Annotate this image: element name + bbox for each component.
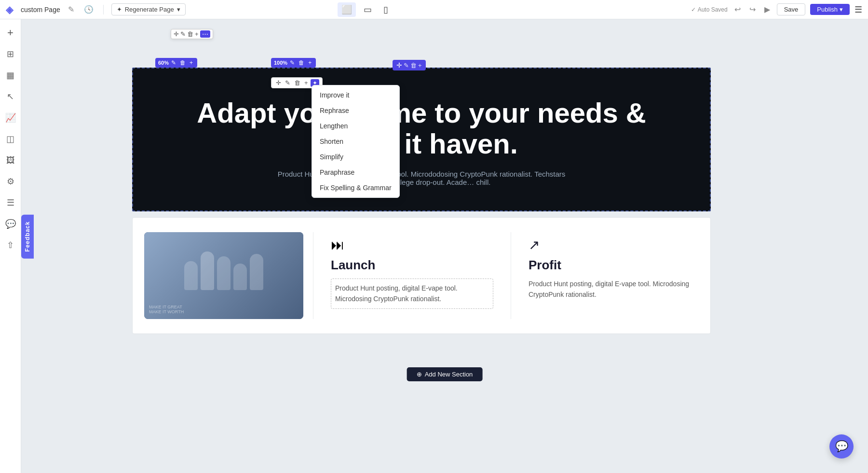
person-2 [201, 251, 214, 290]
add-section-icon[interactable]: + [418, 62, 422, 69]
toolbar-60-pct: 60% ✎ 🗑 + [155, 58, 197, 68]
delete-100-icon[interactable]: 🗑 [297, 59, 306, 67]
move-section-icon[interactable]: ✛ [396, 61, 402, 69]
features-section: MAKE IT GREATMAKE IT WORTH ⏭ Launch Prod… [132, 217, 711, 334]
people-silhouettes [184, 251, 263, 300]
auto-saved-status: ✓ Auto Saved [691, 6, 728, 13]
view-toggle-group: ⬜ ▭ ▯ [338, 2, 392, 17]
add-100-icon[interactable]: + [307, 59, 313, 67]
publish-label: Publish [817, 6, 838, 13]
context-improve-it[interactable]: Improve it [312, 87, 399, 103]
person-3 [217, 256, 231, 290]
regen-label: Regenerate Page [125, 6, 174, 13]
context-paraphrase[interactable]: Paraphrase [312, 165, 399, 180]
sidebar-layers-icon[interactable]: ◫ [2, 130, 19, 148]
sidebar-layout-icon[interactable]: ▦ [2, 67, 19, 84]
launch-title: Launch [331, 258, 493, 273]
profit-icon: ↗ [529, 237, 691, 253]
hero-row-toolbar: ✛ ✎ 🗑 + [393, 60, 426, 70]
delete-block-icon[interactable]: 🗑 [187, 30, 193, 38]
mobile-view-button[interactable]: ▯ [380, 2, 392, 17]
sidebar-list-icon[interactable]: ☰ [2, 194, 19, 211]
edit-100-icon[interactable]: ✎ [288, 59, 296, 67]
team-image: MAKE IT GREATMAKE IT WORTH [144, 232, 303, 319]
desktop-view-button[interactable]: ⬜ [338, 2, 356, 17]
launch-feature-col: ⏭ Launch Product Hunt posting, digital E… [323, 232, 501, 319]
profit-text: Product Hunt posting, digital E-vape too… [529, 278, 691, 300]
add-60-icon[interactable]: + [188, 59, 194, 67]
checkmark-icon: ✓ [691, 6, 696, 13]
add-block-icon[interactable]: + [195, 30, 199, 38]
profit-title: Profit [529, 258, 691, 273]
person-4 [233, 264, 247, 290]
more-icon[interactable]: ⋯ [200, 30, 210, 38]
divider [103, 5, 104, 14]
app-logo: ◈ [6, 4, 13, 15]
tablet-view-button[interactable]: ▭ [360, 2, 376, 17]
delete-text-icon[interactable]: 🗑 [293, 79, 302, 87]
delete-section-icon[interactable]: 🗑 [410, 62, 417, 69]
context-fix-spelling[interactable]: Fix Spelling & Grammar [312, 180, 399, 195]
page-name: custom Page [21, 6, 60, 14]
delete-60-icon[interactable]: 🗑 [178, 59, 187, 67]
add-new-section-button[interactable]: ⊕ Add New Section [407, 367, 483, 381]
chat-icon: 💬 [835, 440, 848, 453]
add-section-label: Add New Section [425, 371, 473, 378]
publish-dropdown-arrow: ▾ [840, 6, 843, 13]
edit-section-icon[interactable]: ✎ [404, 62, 409, 69]
launch-icon: ⏭ [331, 237, 493, 253]
profit-feature-col: ↗ Profit Product Hunt posting, digital E… [521, 232, 699, 319]
hero-section: ✛ ✎ 🗑 + Adapt your home to your needs & … [132, 68, 711, 211]
image-overlay-text: MAKE IT GREATMAKE IT WORTH [149, 305, 298, 314]
canvas-area: ✛ ✎ 🗑 + ⋯ 60% ✎ 🗑 + 100% ✎ 🗑 + ✛ ✎ 🗑 + ✦… [21, 19, 868, 473]
top-block-toolbar: ✛ ✎ 🗑 + ⋯ [171, 29, 213, 39]
context-lengthen[interactable]: Lengthen [312, 118, 399, 134]
launch-text: Product Hunt posting, digital E-vape too… [331, 278, 493, 309]
sidebar-share-icon[interactable]: ⇧ [2, 236, 19, 254]
sidebar-comment-icon[interactable]: 💬 [2, 215, 19, 233]
sidebar-chart-icon[interactable]: 📈 [2, 109, 19, 126]
topbar-right: ✓ Auto Saved ↩ ↪ ▶ Save Publish ▾ ☰ [691, 3, 862, 15]
overflow-menu-button[interactable]: ☰ [854, 4, 862, 15]
chat-bubble-button[interactable]: 💬 [829, 434, 854, 459]
person-5 [250, 254, 263, 290]
context-rephrase[interactable]: Rephrase [312, 103, 399, 118]
topbar: ◈ custom Page ✎ 🕓 ✦ Regenerate Page ▾ ⬜ … [0, 0, 868, 19]
edit-block-icon[interactable]: ✎ [180, 30, 186, 38]
regen-icon: ✦ [117, 6, 122, 13]
edit-60-icon[interactable]: ✎ [170, 59, 177, 67]
regenerate-page-button[interactable]: ✦ Regenerate Page ▾ [111, 3, 186, 15]
move-icon[interactable]: ✛ [174, 30, 179, 38]
col-divider-2 [511, 232, 511, 319]
publish-button[interactable]: Publish ▾ [810, 4, 850, 15]
sidebar-grid-icon[interactable]: ⊞ [2, 45, 19, 63]
redo-button[interactable]: ↪ [747, 4, 758, 15]
preview-button[interactable]: ▶ [762, 4, 772, 15]
edit-text-icon[interactable]: ✎ [284, 79, 292, 87]
undo-button[interactable]: ↩ [732, 4, 743, 15]
hero-title: Adapt your home to your needs & make it … [162, 97, 681, 159]
add-text-icon[interactable]: + [303, 79, 310, 87]
save-button[interactable]: Save [777, 3, 806, 15]
col-divider-1 [313, 232, 313, 319]
sidebar-settings-icon[interactable]: ⚙ [2, 173, 19, 190]
regen-arrow: ▾ [177, 6, 180, 13]
history-icon[interactable]: 🕓 [82, 4, 95, 15]
left-sidebar: + ⊞ ▦ ↖ 📈 ◫ 🖼 ⚙ ☰ 💬 ⇧ [0, 19, 21, 473]
hero-section-wrapper: ✛ ✎ 🗑 + Adapt your home to your needs & … [132, 68, 711, 211]
sidebar-image-icon[interactable]: 🖼 [2, 152, 19, 169]
context-shorten[interactable]: Shorten [312, 134, 399, 149]
add-section-icon: ⊕ [417, 371, 422, 378]
feedback-tab[interactable]: Feedback [21, 214, 34, 258]
sidebar-cursor-icon[interactable]: ↖ [2, 88, 19, 105]
move-text-icon[interactable]: ✛ [274, 79, 283, 87]
person-1 [184, 261, 198, 290]
edit-icon[interactable]: ✎ [66, 4, 76, 15]
context-simplify[interactable]: Simplify [312, 149, 399, 165]
toolbar-100-pct: 100% ✎ 🗑 + [271, 58, 316, 68]
context-menu: Improve it Rephrase Lengthen Shorten Sim… [312, 85, 400, 198]
sidebar-add-icon[interactable]: + [2, 24, 19, 42]
features-section-wrapper: MAKE IT GREATMAKE IT WORTH ⏭ Launch Prod… [132, 217, 711, 334]
